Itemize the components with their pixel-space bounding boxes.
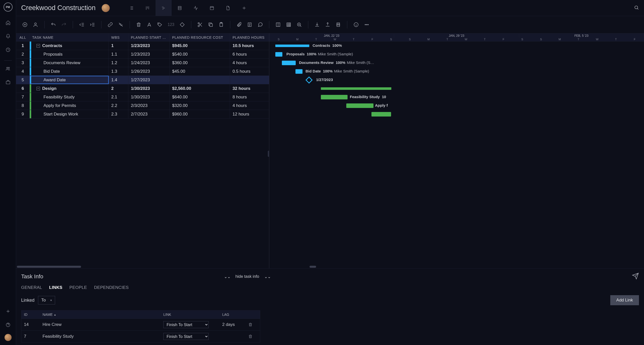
task-name-cell[interactable]: −Contracts <box>30 42 109 50</box>
tab-general[interactable]: GENERAL <box>21 285 42 290</box>
indent-icon[interactable] <box>89 21 96 28</box>
col-header-hours[interactable]: PLANNED HOURS <box>230 33 269 41</box>
link-type-select[interactable]: Finish To StartStart To StartFinish To F… <box>163 333 209 340</box>
task-name-cell[interactable]: Start Design Work <box>30 110 109 118</box>
hours-cell[interactable]: 8 hours <box>230 93 269 101</box>
hours-cell[interactable]: 4 hours <box>230 101 269 110</box>
unlink-icon[interactable] <box>117 21 125 28</box>
import-icon[interactable] <box>313 21 321 28</box>
add-view-icon[interactable] <box>236 0 252 16</box>
delete-link-button[interactable] <box>244 319 257 330</box>
gantt-bar[interactable] <box>321 87 391 90</box>
task-name-cell[interactable]: Apply for Permits <box>30 101 109 110</box>
col-header-all[interactable]: ALL <box>16 33 30 41</box>
start-date-cell[interactable]: 1/30/2023 <box>128 84 170 93</box>
add-icon[interactable] <box>4 307 13 316</box>
search-icon[interactable] <box>634 5 639 11</box>
grid-row[interactable]: 9Start Design Work2.32/7/2023$960.0012 h… <box>16 110 269 119</box>
print-icon[interactable] <box>334 21 342 28</box>
collapse-toggle[interactable]: − <box>36 87 40 90</box>
grid-row[interactable]: 5Award Date1.41/27/2023 <box>16 76 269 84</box>
task-name-cell[interactable]: Documents Review <box>30 59 109 67</box>
link-type-select[interactable]: Finish To StartStart To StartFinish To F… <box>163 321 209 328</box>
wbs-cell[interactable]: 2 <box>109 84 128 93</box>
task-name-cell[interactable]: Award Date <box>30 76 109 84</box>
wbs-cell[interactable]: 2.2 <box>109 101 128 110</box>
app-logo[interactable]: PM <box>4 3 13 12</box>
undo-icon[interactable] <box>50 21 57 28</box>
help-icon[interactable] <box>4 320 13 329</box>
delete-icon[interactable] <box>135 21 142 28</box>
task-name-cell[interactable]: Feasibility Study <box>30 93 109 101</box>
start-date-cell[interactable]: 1/23/2023 <box>128 50 170 58</box>
task-name-cell[interactable]: Proposals <box>30 50 109 58</box>
tab-dependencies[interactable]: DEPENDENCIES <box>94 285 129 290</box>
grid-h-scrollbar[interactable] <box>16 265 269 268</box>
grid-row[interactable]: 3Documents Review1.21/24/2023$360.004 ho… <box>16 59 269 67</box>
hours-cell[interactable]: 0.5 hours <box>230 67 269 75</box>
start-date-cell[interactable]: 2/7/2023 <box>128 110 170 118</box>
wbs-cell[interactable]: 2.1 <box>109 93 128 101</box>
clock-icon[interactable] <box>4 45 13 54</box>
home-icon[interactable] <box>4 18 13 27</box>
sheet-view-icon[interactable] <box>172 0 188 16</box>
grid-icon[interactable] <box>285 21 292 28</box>
gantt-view-icon[interactable] <box>156 0 172 16</box>
cost-cell[interactable]: $320.00 <box>170 101 230 110</box>
copy-icon[interactable] <box>207 21 214 28</box>
cut-icon[interactable] <box>196 21 204 28</box>
start-date-cell[interactable]: 1/24/2023 <box>128 59 170 67</box>
cost-cell[interactable]: $2,560.00 <box>170 84 230 93</box>
calendar-view-icon[interactable] <box>204 0 220 16</box>
cost-cell[interactable]: $640.00 <box>170 93 230 101</box>
board-view-icon[interactable] <box>139 0 156 16</box>
task-name-cell[interactable]: −Design <box>30 84 109 93</box>
redo-icon[interactable] <box>60 21 68 28</box>
hours-cell[interactable]: 4 hours <box>230 59 269 67</box>
activity-view-icon[interactable] <box>188 0 204 16</box>
gantt-bar[interactable] <box>275 45 309 47</box>
wbs-cell[interactable]: 1 <box>109 42 128 50</box>
col-header-start[interactable]: PLANNED START … <box>128 33 170 41</box>
more-icon[interactable] <box>363 21 370 28</box>
hours-cell[interactable]: 32 hours <box>230 84 269 93</box>
paste-icon[interactable] <box>217 21 225 28</box>
briefcase-icon[interactable] <box>4 78 13 87</box>
tag-icon[interactable] <box>156 21 164 28</box>
zoom-icon[interactable] <box>295 21 303 28</box>
wbs-cell[interactable]: 1.1 <box>109 50 128 58</box>
wbs-cell[interactable]: 1.2 <box>109 59 128 67</box>
wbs-cell[interactable]: 2.3 <box>109 110 128 118</box>
cost-cell[interactable]: $945.00 <box>170 42 230 50</box>
hide-task-info[interactable]: ⌄⌄ hide task info ⌄⌄ <box>224 274 271 279</box>
columns-icon[interactable] <box>274 21 282 28</box>
grid-row[interactable]: 6−Design21/30/2023$2,560.0032 hours <box>16 84 269 93</box>
add-task-icon[interactable] <box>21 21 29 28</box>
bell-icon[interactable] <box>4 32 13 41</box>
note-icon[interactable] <box>246 21 253 28</box>
list-view-icon[interactable] <box>123 0 139 16</box>
attach-icon[interactable] <box>235 21 243 28</box>
tab-people[interactable]: PEOPLE <box>69 285 87 290</box>
start-date-cell[interactable]: 1/27/2023 <box>128 76 170 84</box>
cost-cell[interactable]: $360.00 <box>170 59 230 67</box>
gantt-bar[interactable] <box>275 52 282 57</box>
cost-cell[interactable]: $960.00 <box>170 110 230 118</box>
link-lag[interactable] <box>220 331 244 342</box>
user-avatar[interactable] <box>5 334 12 341</box>
links-col-id[interactable]: ID <box>21 313 40 317</box>
gantt-bar[interactable] <box>346 103 373 108</box>
link-lag[interactable]: 2 days <box>220 319 244 330</box>
gantt-bar[interactable] <box>282 61 296 65</box>
file-view-icon[interactable] <box>220 0 236 16</box>
grid-row[interactable]: 4Bid Date1.31/26/2023$45.000.5 hours <box>16 67 269 76</box>
send-icon[interactable] <box>632 273 639 281</box>
info-icon[interactable] <box>352 21 360 28</box>
text-style-icon[interactable] <box>145 21 153 28</box>
hours-cell[interactable]: 6 hours <box>230 50 269 58</box>
collapse-toggle[interactable]: − <box>36 44 40 48</box>
comment-icon[interactable] <box>256 21 264 28</box>
links-col-name[interactable]: NAME▲ <box>40 313 161 317</box>
start-date-cell[interactable]: 2/3/2023 <box>128 101 170 110</box>
start-date-cell[interactable]: 1/26/2023 <box>128 67 170 75</box>
